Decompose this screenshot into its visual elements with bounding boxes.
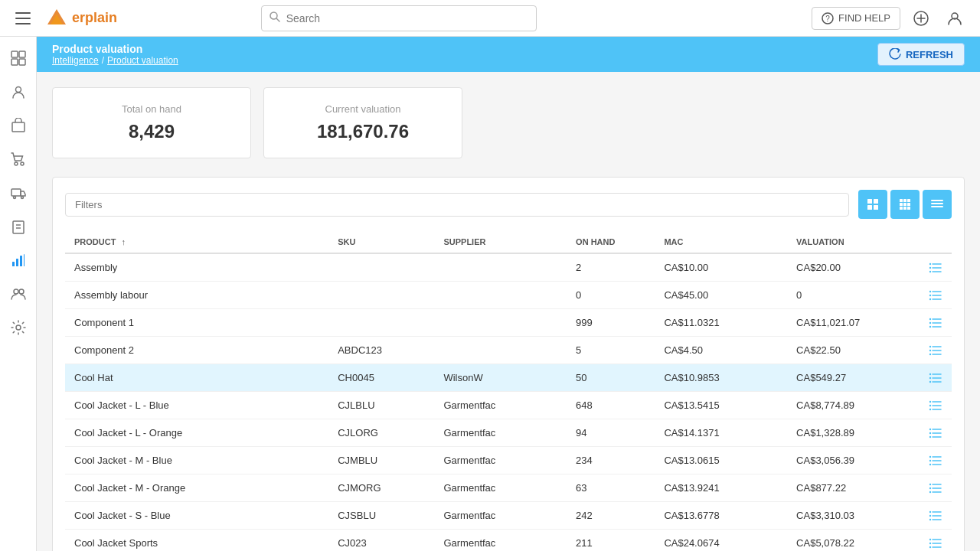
svg-point-79 — [929, 380, 931, 382]
sidebar-item-purchases[interactable] — [3, 211, 34, 242]
search-icon — [270, 11, 280, 24]
cell-product: Cool Jacket - L - Orange — [65, 419, 328, 447]
svg-point-72 — [929, 349, 931, 350]
row-detail-button[interactable] — [929, 400, 942, 411]
cell-sku: CH0045 — [328, 364, 434, 392]
cell-product: Assembly — [65, 253, 328, 282]
row-detail-button[interactable] — [929, 538, 942, 549]
cell-sku: CJLORG — [328, 419, 434, 447]
data-table: PRODUCT ↑ SKU SUPPLIER ON HAND MAC VALUA… — [65, 231, 952, 551]
svg-point-19 — [15, 162, 18, 165]
breadcrumb: Intelligence / Product valuation — [52, 55, 178, 66]
row-detail-button[interactable] — [929, 510, 942, 521]
cell-sku — [328, 253, 434, 282]
filter-bar — [65, 190, 952, 219]
cell-sku: CJMORG — [328, 474, 434, 502]
cell-action — [920, 419, 952, 447]
svg-text:?: ? — [825, 15, 830, 23]
col-header-mac[interactable]: MAC — [655, 231, 787, 253]
sidebar-item-contacts[interactable] — [3, 77, 34, 107]
col-header-product[interactable]: PRODUCT ↑ — [65, 231, 328, 253]
sidebar-item-products[interactable] — [3, 110, 34, 141]
row-detail-button[interactable] — [929, 483, 942, 494]
cell-action — [920, 447, 952, 474]
svg-point-90 — [929, 432, 931, 433]
col-header-onhand[interactable]: ON HAND — [567, 231, 655, 253]
cell-valuation: CA$1,328.89 — [787, 419, 920, 447]
cell-supplier: Garmentfac — [434, 392, 567, 419]
cell-action — [920, 364, 952, 392]
top-nav: erplain ? FIND HELP — [0, 0, 980, 37]
sidebar-item-dashboard[interactable] — [3, 43, 34, 73]
refresh-button[interactable]: REFRESH — [877, 43, 965, 66]
svg-rect-21 — [11, 189, 21, 196]
row-detail-button[interactable] — [929, 262, 942, 273]
breadcrumb-current[interactable]: Product valuation — [107, 55, 178, 66]
svg-rect-38 — [900, 199, 903, 202]
cell-onhand: 234 — [567, 447, 655, 474]
row-detail-button[interactable] — [929, 373, 942, 383]
cell-sku: ABDC123 — [328, 337, 434, 364]
svg-point-65 — [929, 318, 931, 319]
svg-rect-28 — [16, 259, 18, 266]
table-row: Cool Jacket SportsCJ023Garmentfac211CA$2… — [65, 530, 952, 552]
cell-product: Cool Jacket Sports — [65, 530, 328, 552]
table-row: Cool Jacket - L - OrangeCJLORGGarmentfac… — [65, 419, 952, 447]
sidebar-item-sales[interactable] — [3, 144, 34, 174]
svg-point-73 — [929, 353, 931, 354]
svg-point-61 — [929, 298, 931, 299]
table-section: PRODUCT ↑ SKU SUPPLIER ON HAND MAC VALUA… — [52, 177, 965, 551]
view-grid-button[interactable] — [858, 190, 887, 219]
sidebar-item-team[interactable] — [3, 279, 34, 309]
svg-point-103 — [929, 491, 931, 492]
row-detail-button[interactable] — [929, 290, 942, 301]
find-help-label: FIND HELP — [838, 12, 890, 24]
sidebar-item-settings[interactable] — [3, 312, 34, 343]
search-input[interactable] — [286, 12, 528, 24]
cell-valuation: CA$5,078.22 — [787, 530, 920, 552]
total-on-hand-card: Total on hand 8,429 — [52, 87, 251, 158]
cell-valuation: CA$20.00 — [787, 253, 920, 282]
col-header-sku[interactable]: SKU — [328, 231, 434, 253]
svg-point-91 — [929, 435, 931, 437]
cell-mac: CA$4.50 — [655, 337, 787, 364]
row-detail-button[interactable] — [929, 318, 942, 328]
nav-right: ? FIND HELP — [812, 5, 968, 31]
main-content: Product valuation Intelligence / Product… — [37, 37, 980, 551]
svg-rect-42 — [903, 203, 906, 206]
svg-point-17 — [15, 87, 21, 93]
svg-rect-40 — [907, 199, 910, 202]
breadcrumb-parent[interactable]: Intelligence — [52, 55, 99, 66]
row-detail-button[interactable] — [929, 455, 942, 466]
menu-icon[interactable] — [12, 12, 34, 24]
cell-onhand: 211 — [567, 530, 655, 552]
cell-onhand: 648 — [567, 392, 655, 419]
breadcrumb-separator: / — [102, 55, 104, 66]
svg-point-32 — [19, 289, 24, 294]
row-detail-button[interactable] — [929, 345, 942, 356]
col-header-supplier[interactable]: SUPPLIER — [434, 231, 567, 253]
view-tiles-button[interactable] — [890, 190, 920, 219]
view-list-button[interactable] — [923, 190, 952, 219]
svg-point-107 — [929, 510, 931, 512]
table-row: Cool HatCH0045WilsonW50CA$10.9853CA$549.… — [65, 364, 952, 392]
cell-sku: CJ023 — [328, 530, 434, 552]
find-help-button[interactable]: ? FIND HELP — [812, 7, 900, 30]
col-header-valuation[interactable]: VALUATION — [787, 231, 920, 253]
svg-point-55 — [929, 270, 931, 272]
user-icon[interactable] — [942, 5, 968, 31]
row-detail-button[interactable] — [929, 428, 942, 439]
page-header-left: Product valuation Intelligence / Product… — [52, 43, 178, 66]
svg-point-84 — [929, 404, 931, 406]
filter-input[interactable] — [65, 193, 849, 217]
add-button[interactable] — [908, 5, 934, 31]
sidebar-item-shipping[interactable] — [3, 178, 34, 208]
svg-point-53 — [929, 262, 931, 264]
svg-point-20 — [21, 162, 24, 165]
svg-point-66 — [929, 321, 931, 323]
cell-sku — [328, 282, 434, 309]
svg-point-97 — [929, 463, 931, 465]
logo[interactable]: erplain — [46, 8, 117, 29]
sidebar-item-intelligence[interactable] — [3, 245, 34, 276]
cell-supplier: WilsonW — [434, 364, 567, 392]
